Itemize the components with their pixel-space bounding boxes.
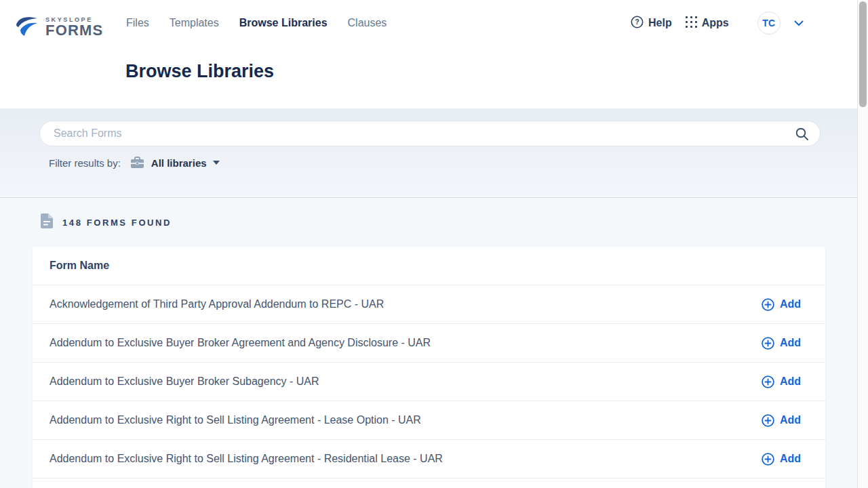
library-filter-dropdown[interactable]: All libraries bbox=[121, 157, 220, 169]
logo-forms-label: FORMS bbox=[45, 23, 103, 38]
logo-text: SKYSLOPE FORMS bbox=[45, 15, 103, 38]
plus-circle-icon bbox=[762, 414, 774, 427]
nav-item-files[interactable]: Files bbox=[126, 17, 149, 29]
add-form-button[interactable]: Add bbox=[762, 414, 801, 427]
question-circle-icon: ? bbox=[631, 16, 644, 31]
plus-circle-icon bbox=[762, 337, 774, 350]
document-icon bbox=[41, 214, 53, 231]
apps-label: Apps bbox=[702, 17, 729, 29]
forms-table: Form Name Acknowledgement of Third Party… bbox=[33, 247, 825, 488]
add-button-label: Add bbox=[780, 414, 801, 426]
nav-item-browse-libraries[interactable]: Browse Libraries bbox=[239, 17, 328, 29]
table-row: Addendum to Exclusive Buyer Broker Subag… bbox=[33, 363, 825, 401]
results-section: 148 FORMS FOUND Form Name Acknowledgemen… bbox=[0, 199, 857, 488]
plus-circle-icon bbox=[762, 298, 774, 311]
svg-text:?: ? bbox=[635, 18, 639, 26]
add-button-label: Add bbox=[780, 337, 801, 349]
briefcase-icon bbox=[130, 157, 144, 169]
main-nav: Files Templates Browse Libraries Clauses bbox=[126, 17, 387, 29]
filter-row: Filter results by: All libraries bbox=[49, 155, 220, 171]
plus-circle-icon bbox=[762, 375, 774, 388]
search-section: Filter results by: All libraries bbox=[0, 108, 857, 198]
scrollbar-thumb[interactable] bbox=[859, 1, 867, 107]
page-scrollbar[interactable] bbox=[857, 0, 868, 488]
table-row: Addendum to Exclusive Buyer Broker Agree… bbox=[33, 324, 825, 363]
plus-circle-icon bbox=[762, 453, 774, 466]
form-name: Addendum to Exclusive Buyer Broker Subag… bbox=[50, 375, 319, 388]
add-form-button[interactable]: Add bbox=[762, 337, 801, 350]
add-button-label: Add bbox=[780, 453, 801, 465]
skyslope-forms-logo[interactable]: SKYSLOPE FORMS bbox=[15, 15, 103, 42]
form-name: Addendum to Exclusive Buyer Broker Agree… bbox=[50, 337, 431, 349]
apps-button[interactable]: Apps bbox=[686, 16, 729, 30]
filter-label: Filter results by: bbox=[49, 157, 121, 169]
table-row: Acknowledgement of Third Party Approval … bbox=[33, 285, 825, 324]
table-header-form-name: Form Name bbox=[33, 247, 825, 285]
skyslope-swoosh-icon bbox=[15, 15, 42, 42]
add-form-button[interactable]: Add bbox=[762, 375, 801, 388]
form-name: Addendum to Exclusive Right to Sell List… bbox=[50, 453, 443, 465]
chevron-down-icon[interactable] bbox=[794, 20, 804, 26]
help-button[interactable]: ? Help bbox=[631, 16, 672, 31]
avatar[interactable]: TC bbox=[757, 12, 781, 35]
caret-down-icon bbox=[213, 161, 220, 165]
table-row-partial bbox=[33, 479, 825, 488]
search-bar bbox=[39, 121, 821, 146]
add-form-button[interactable]: Add bbox=[762, 298, 801, 311]
app-window: SKYSLOPE FORMS Files Templates Browse Li… bbox=[0, 0, 857, 488]
search-input[interactable] bbox=[54, 127, 795, 140]
form-name: Acknowledgement of Third Party Approval … bbox=[50, 298, 384, 310]
help-label: Help bbox=[648, 17, 672, 29]
table-row: Addendum to Exclusive Right to Sell List… bbox=[33, 401, 825, 440]
top-header: SKYSLOPE FORMS Files Templates Browse Li… bbox=[0, 0, 857, 108]
forms-found-count: 148 FORMS FOUND bbox=[62, 218, 172, 228]
table-row: Addendum to Exclusive Right to Sell List… bbox=[33, 440, 825, 479]
add-button-label: Add bbox=[780, 375, 801, 388]
filter-selected-value: All libraries bbox=[151, 157, 207, 169]
search-icon[interactable] bbox=[795, 127, 809, 141]
add-form-button[interactable]: Add bbox=[762, 453, 801, 466]
nav-item-templates[interactable]: Templates bbox=[170, 17, 219, 29]
results-count-row: 148 FORMS FOUND bbox=[41, 214, 172, 231]
header-actions: ? Help Apps TC bbox=[631, 12, 804, 35]
user-menu[interactable]: TC bbox=[757, 12, 804, 35]
form-name: Addendum to Exclusive Right to Sell List… bbox=[50, 414, 421, 426]
add-button-label: Add bbox=[780, 298, 801, 310]
grid-icon bbox=[686, 16, 697, 30]
page-title: Browse Libraries bbox=[125, 61, 274, 82]
nav-item-clauses[interactable]: Clauses bbox=[348, 17, 387, 29]
